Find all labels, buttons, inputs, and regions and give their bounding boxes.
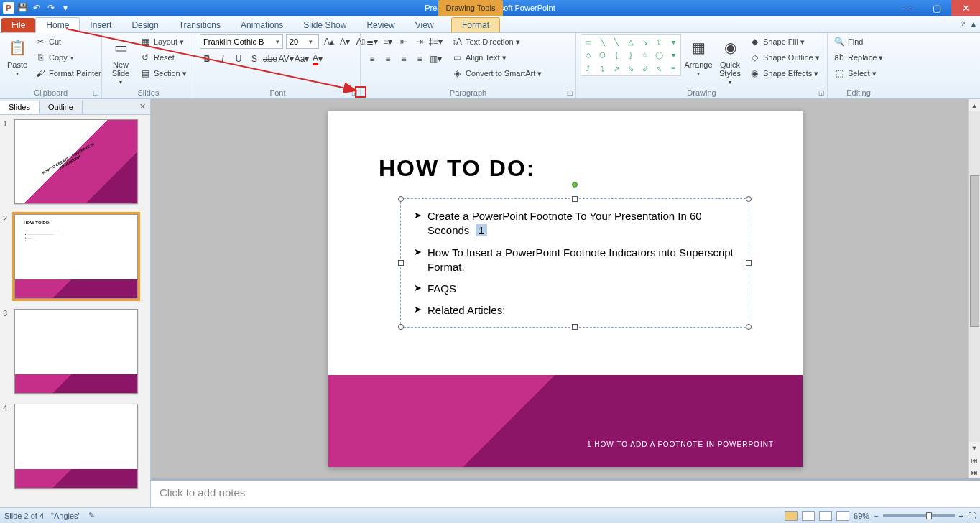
align-left-icon[interactable]: ≡ (365, 52, 379, 66)
font-name-combo[interactable]: ▾ (200, 34, 283, 49)
fit-window-icon[interactable]: ⛶ (968, 512, 976, 520)
format-painter-button[interactable]: 🖌Format Painter (33, 66, 103, 80)
change-case-icon[interactable]: Aa▾ (295, 52, 309, 66)
resize-handle-w[interactable] (398, 260, 404, 266)
shape-effects-button[interactable]: ◉Shape Effects ▾ (747, 66, 821, 80)
vertical-scrollbar[interactable]: ▲ ▼ ⏮ ⏭ (968, 99, 980, 478)
thumb-tab-outline[interactable]: Outline (40, 101, 83, 114)
bullet-item-2[interactable]: How To Insert a PowerPoint Footnote Indi… (414, 246, 736, 275)
zoom-in-icon[interactable]: + (959, 512, 963, 520)
resize-handle-n[interactable] (572, 196, 578, 202)
layout-button[interactable]: ▦Layout ▾ (138, 34, 188, 49)
shapes-gallery[interactable]: ▭╲╲△↘⇧▾ ◇⬡{}☆◯▾ ⤴⤵⬀⬂⬃⬁≡ (581, 34, 681, 76)
qat-save-icon[interactable]: 💾 (16, 1, 29, 14)
reset-button[interactable]: ↺Reset (138, 50, 188, 65)
decrease-indent-icon[interactable]: ⇤ (397, 34, 411, 49)
scroll-thumb[interactable] (970, 175, 979, 327)
find-button[interactable]: 🔍Find (832, 34, 884, 49)
decrease-font-icon[interactable]: A▾ (338, 34, 352, 49)
resize-handle-s[interactable] (572, 324, 578, 330)
strikethrough-icon[interactable]: abe (263, 52, 277, 66)
char-spacing-icon[interactable]: AV▾ (279, 52, 293, 66)
bullet-item-3[interactable]: FAQS (414, 282, 736, 296)
window-maximize-button[interactable]: ▢ (923, 0, 951, 16)
copy-button[interactable]: ⎘Copy▾ (33, 50, 103, 65)
paragraph-launcher-icon[interactable]: ◲ (565, 88, 574, 97)
qat-redo-icon[interactable]: ↷ (45, 1, 57, 14)
window-minimize-button[interactable]: — (894, 0, 923, 16)
window-close-button[interactable]: ✕ (951, 0, 980, 16)
cut-button[interactable]: ✂Cut (33, 34, 103, 49)
bullet-item-1[interactable]: Create a PowerPoint Footnote To Your Pre… (414, 209, 736, 239)
slide-footnote-text[interactable]: 1 HOW TO ADD A FOOTNOTE IN POWERPOINT (587, 440, 774, 448)
minimize-ribbon-icon[interactable]: ▴ (971, 19, 976, 31)
text-direction-button[interactable]: ↕AText Direction ▾ (450, 34, 543, 49)
justify-icon[interactable]: ≡ (412, 52, 427, 66)
resize-handle-sw[interactable] (398, 324, 404, 330)
prev-slide-icon[interactable]: ⏮ (969, 454, 980, 466)
underline-icon[interactable]: U (231, 52, 246, 66)
shape-fill-button[interactable]: ◆Shape Fill ▾ (747, 34, 821, 49)
tab-home[interactable]: Home (35, 17, 80, 33)
font-name-input[interactable] (200, 37, 272, 46)
scroll-down-icon[interactable]: ▼ (969, 442, 980, 454)
resize-handle-e[interactable] (746, 260, 752, 266)
new-slide-button[interactable]: ▭ New Slide ▾ (106, 34, 135, 87)
bullets-icon[interactable]: ≣▾ (365, 34, 379, 49)
slide-thumbnail-1[interactable]: HOW TO CREATE A FOOTNOTE IN POWERPOINT (14, 119, 138, 204)
numbering-icon[interactable]: ≡▾ (381, 34, 395, 49)
increase-font-icon[interactable]: A▴ (322, 34, 336, 49)
zoom-out-icon[interactable]: − (874, 512, 878, 520)
normal-view-button[interactable] (785, 511, 798, 521)
bullet-list[interactable]: Create a PowerPoint Footnote To Your Pre… (401, 199, 749, 335)
slide-thumbnail-3[interactable] (14, 309, 138, 394)
drawing-launcher-icon[interactable]: ◲ (817, 88, 826, 97)
help-icon[interactable]: ？ (958, 19, 967, 31)
zoom-slider[interactable] (883, 514, 955, 517)
tab-review[interactable]: Review (356, 18, 405, 32)
tab-transitions[interactable]: Transitions (169, 18, 231, 32)
tab-slideshow[interactable]: Slide Show (293, 18, 356, 32)
tab-insert[interactable]: Insert (80, 18, 121, 32)
tab-file[interactable]: File (1, 18, 35, 32)
paste-button[interactable]: 📋 Paste ▾ (4, 34, 30, 78)
slide-title[interactable]: HOW TO DO: (379, 155, 536, 182)
shape-outline-button[interactable]: ◇Shape Outline ▾ (747, 50, 821, 65)
tab-format[interactable]: Format (451, 17, 500, 32)
bold-icon[interactable]: B (200, 52, 214, 66)
shadow-icon[interactable]: S (247, 52, 262, 66)
convert-smartart-button[interactable]: ◈Convert to SmartArt ▾ (450, 66, 543, 80)
resize-handle-ne[interactable] (746, 196, 752, 202)
align-text-button[interactable]: ▭Align Text ▾ (450, 50, 543, 65)
select-button[interactable]: ⬚Select ▾ (832, 66, 884, 80)
notes-pane[interactable]: Click to add notes (151, 478, 980, 507)
slide-thumbnail-2[interactable]: HOW TO DO: ▸ ………………………………………▸ …………………………… (14, 214, 138, 299)
quick-styles-button[interactable]: ◉Quick Styles▾ (716, 34, 744, 87)
tab-view[interactable]: View (405, 18, 444, 32)
font-size-combo[interactable]: ▾ (286, 34, 319, 49)
arrange-button[interactable]: ▦Arrange▾ (684, 34, 713, 78)
line-spacing-icon[interactable]: ‡≡▾ (428, 34, 443, 49)
qat-undo-icon[interactable]: ↶ (30, 1, 43, 14)
resize-handle-nw[interactable] (398, 196, 404, 202)
thumb-close-icon[interactable]: ✕ (135, 102, 150, 111)
increase-indent-icon[interactable]: ⇥ (412, 34, 427, 49)
reading-view-button[interactable] (819, 511, 832, 521)
align-center-icon[interactable]: ≡ (381, 52, 395, 66)
scroll-up-icon[interactable]: ▲ (969, 99, 980, 111)
resize-handle-se[interactable] (746, 324, 752, 330)
slide-canvas[interactable]: HOW TO DO: Create a PowerPoint Footnote … (328, 111, 803, 467)
italic-icon[interactable]: I (216, 52, 230, 66)
slideshow-view-button[interactable] (836, 511, 849, 521)
replace-button[interactable]: abReplace ▾ (832, 50, 884, 65)
sorter-view-button[interactable] (802, 511, 815, 521)
tab-design[interactable]: Design (121, 18, 168, 32)
zoom-level[interactable]: 69% (854, 512, 869, 520)
align-right-icon[interactable]: ≡ (397, 52, 411, 66)
thumb-tab-slides[interactable]: Slides (0, 101, 40, 114)
zoom-slider-thumb[interactable] (926, 512, 932, 519)
clipboard-launcher-icon[interactable]: ◲ (91, 88, 100, 97)
tab-animations[interactable]: Animations (231, 18, 293, 32)
rotation-handle-icon[interactable] (572, 182, 578, 188)
qat-customize-icon[interactable]: ▾ (59, 1, 72, 14)
